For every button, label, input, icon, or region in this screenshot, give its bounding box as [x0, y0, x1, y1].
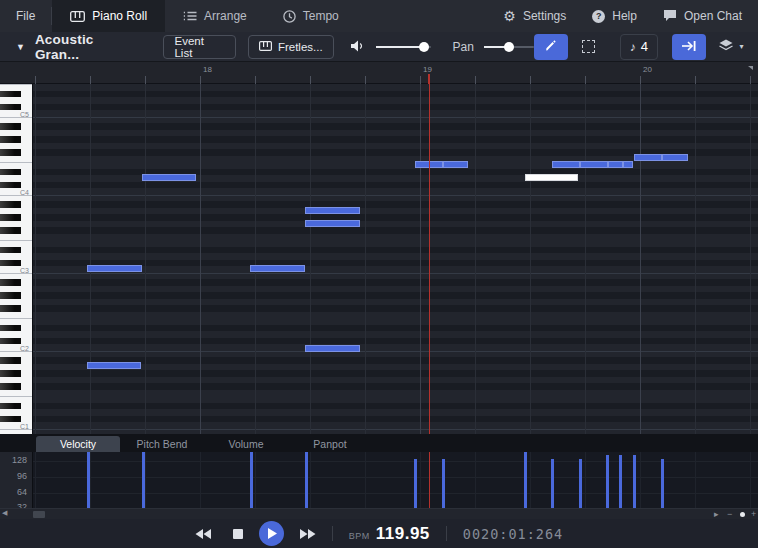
playhead-marker[interactable] [428, 74, 430, 84]
midi-note[interactable] [87, 265, 142, 272]
midi-note[interactable] [305, 220, 360, 227]
volume-slider-thumb[interactable] [419, 42, 429, 52]
white-key-separator [0, 396, 33, 397]
pan-slider-thumb[interactable] [504, 42, 514, 52]
velocity-bar[interactable] [606, 455, 609, 508]
black-key[interactable] [0, 338, 21, 345]
velocity-bar[interactable] [442, 459, 445, 508]
tab-velocity[interactable]: Velocity [36, 436, 120, 452]
open-chat-button[interactable]: Open Chat [663, 9, 742, 24]
black-key[interactable] [0, 149, 21, 156]
zoom-out-button[interactable]: − [727, 509, 732, 519]
zoom-control-arrow[interactable]: ▸ [714, 509, 719, 519]
black-key[interactable] [0, 305, 21, 312]
track-name[interactable]: Acoustic Gran... [35, 32, 142, 62]
settings-label: Settings [523, 9, 566, 23]
play-button[interactable] [259, 521, 284, 546]
quantize-button[interactable]: ♪ 4 [620, 34, 658, 60]
volume-slider[interactable] [376, 46, 431, 48]
black-key[interactable] [0, 169, 21, 176]
black-key[interactable] [0, 292, 21, 299]
midi-note-selected[interactable] [525, 174, 578, 181]
tab-volume[interactable]: Volume [204, 436, 288, 452]
grid-row-dark [33, 325, 758, 332]
scrollbar-left-arrow[interactable]: ◀ [2, 509, 7, 517]
grid-row-dark [33, 403, 758, 410]
black-key[interactable] [0, 91, 21, 98]
midi-note[interactable] [662, 154, 688, 161]
tab-label: Arrange [204, 9, 247, 23]
event-list-button[interactable]: Event List [163, 35, 235, 59]
help-button[interactable]: ? Help [592, 9, 637, 23]
velocity-bar[interactable] [619, 455, 622, 508]
velocity-bar[interactable] [142, 452, 145, 508]
scrollbar-thumb[interactable] [33, 511, 45, 518]
black-key[interactable] [0, 227, 21, 234]
black-key[interactable] [0, 201, 21, 208]
midi-note[interactable] [142, 174, 196, 181]
tab-arrange[interactable]: Arrange [165, 0, 265, 32]
zoom-in-button[interactable]: + [751, 509, 756, 519]
beat-tick [35, 76, 36, 84]
black-key[interactable] [0, 104, 21, 111]
pencil-tool-button[interactable] [534, 34, 568, 60]
fast-forward-button[interactable] [300, 529, 316, 539]
timeline-ruler[interactable]: 181920 [0, 62, 758, 84]
file-menu-button[interactable]: File [0, 0, 51, 32]
midi-note[interactable] [305, 345, 360, 352]
midi-note[interactable] [443, 161, 468, 168]
black-key[interactable] [0, 279, 21, 286]
velocity-bar[interactable] [633, 455, 636, 508]
black-key[interactable] [0, 416, 21, 423]
tab-piano-roll[interactable]: Piano Roll [52, 0, 165, 32]
velocity-bar[interactable] [414, 459, 417, 508]
piano-keyboard[interactable]: C5C4C3C2C1 [0, 84, 33, 434]
black-key[interactable] [0, 182, 21, 189]
black-key[interactable] [0, 403, 21, 410]
black-key[interactable] [0, 370, 21, 377]
midi-note[interactable] [552, 161, 580, 168]
midi-note[interactable] [250, 265, 305, 272]
velocity-bar[interactable] [579, 459, 582, 508]
pan-slider[interactable] [484, 46, 534, 48]
velocity-bar[interactable] [524, 452, 527, 508]
black-key[interactable] [0, 325, 21, 332]
stop-button[interactable] [233, 529, 243, 539]
bpm-value[interactable]: 119.95 [376, 524, 430, 544]
black-key[interactable] [0, 123, 21, 130]
beat-tick [750, 76, 751, 84]
bpm-display[interactable]: BPM 119.95 [349, 524, 430, 544]
velocity-bar[interactable] [551, 459, 554, 508]
track-dropdown-caret[interactable]: ▼ [16, 42, 25, 52]
layers-button[interactable]: ▾ [714, 34, 748, 60]
tab-tempo[interactable]: Tempo [265, 0, 357, 32]
tab-pitch-bend[interactable]: Pitch Bend [120, 436, 204, 452]
velocity-bar[interactable] [661, 459, 664, 508]
velocity-bar[interactable] [305, 452, 308, 508]
song-end-marker[interactable] [748, 66, 753, 70]
settings-button[interactable]: ⚙ Settings [503, 8, 566, 24]
midi-note[interactable] [608, 161, 623, 168]
selection-tool-button[interactable] [572, 34, 606, 60]
instrument-button[interactable]: Fretles... [248, 35, 334, 59]
black-key[interactable] [0, 214, 21, 221]
zoom-slider-thumb[interactable] [740, 512, 745, 517]
tab-panpot[interactable]: Panpot [288, 436, 372, 452]
midi-note[interactable] [87, 362, 141, 369]
midi-note[interactable] [634, 154, 662, 161]
scrollbar[interactable]: ◀ ▸ − + [0, 508, 758, 519]
midi-note[interactable] [580, 161, 608, 168]
velocity-lane[interactable] [33, 452, 758, 508]
black-key[interactable] [0, 383, 21, 390]
black-key[interactable] [0, 136, 21, 143]
black-key[interactable] [0, 247, 21, 254]
black-key[interactable] [0, 357, 21, 364]
note-grid[interactable] [33, 84, 758, 434]
velocity-bar[interactable] [87, 452, 90, 508]
midi-note[interactable] [305, 207, 360, 214]
rewind-button[interactable] [195, 529, 211, 539]
black-key[interactable] [0, 260, 21, 267]
follow-playhead-button[interactable] [672, 34, 706, 60]
velocity-bar[interactable] [250, 452, 253, 508]
midi-note[interactable] [623, 161, 633, 168]
